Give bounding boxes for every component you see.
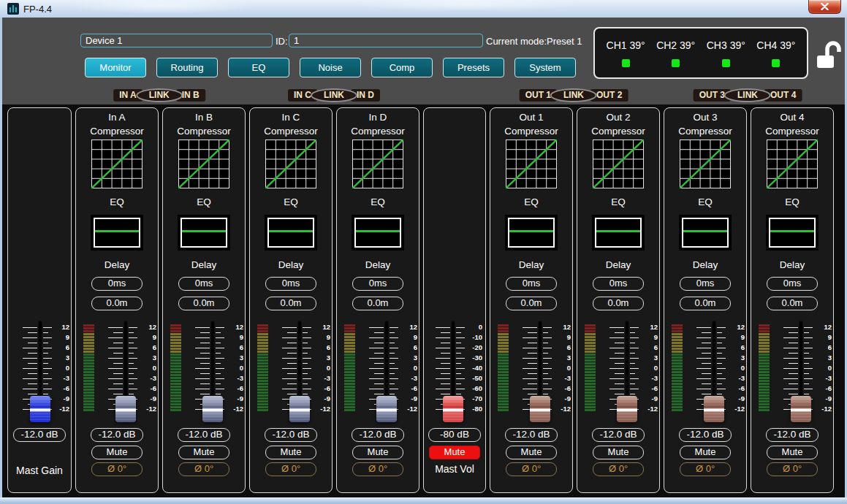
delay-ms-button[interactable]: 0ms: [506, 277, 557, 291]
eq-label: EQ: [698, 196, 713, 208]
delay-distance-button[interactable]: 0.0m: [178, 297, 229, 310]
eq-graph[interactable]: [679, 215, 732, 251]
compressor-graph[interactable]: [593, 140, 644, 188]
fader-handle[interactable]: [530, 396, 550, 422]
eq-graph[interactable]: [505, 215, 558, 251]
tab-eq[interactable]: EQ: [228, 58, 289, 77]
gain-readout[interactable]: -12.0 dB: [265, 428, 317, 442]
phase-button[interactable]: Ø 0°: [680, 462, 731, 476]
id-input[interactable]: [289, 34, 483, 47]
gain-readout[interactable]: -12.0 dB: [178, 428, 230, 442]
compressor-graph[interactable]: [767, 140, 818, 188]
fader-scale: 129630-3-6-9-12: [552, 321, 571, 423]
mute-button[interactable]: Mute: [352, 446, 403, 459]
compressor-graph[interactable]: [178, 140, 229, 188]
eq-graph[interactable]: [592, 215, 645, 251]
link-toggle[interactable]: LINK: [136, 88, 183, 102]
temp-channel-1: CH1 39°: [607, 39, 645, 67]
phase-button[interactable]: Ø 0°: [593, 462, 644, 476]
fader-handle[interactable]: [791, 396, 811, 422]
link-group-2: IN CLINKIN D: [288, 88, 380, 102]
tab-system[interactable]: System: [514, 58, 576, 77]
delay-distance-button[interactable]: 0.0m: [352, 297, 403, 310]
delay-label: Delay: [606, 259, 631, 271]
delay-ms-button[interactable]: 0ms: [91, 277, 143, 291]
gain-readout[interactable]: -80 dB: [428, 428, 481, 442]
gain-readout[interactable]: -12.0 dB: [766, 428, 818, 442]
fader-handle[interactable]: [617, 396, 637, 422]
phase-button[interactable]: Ø 0°: [506, 462, 557, 476]
eq-label: EQ: [524, 196, 539, 208]
delay-distance-button[interactable]: 0.0m: [680, 297, 731, 310]
tab-comp[interactable]: Comp: [371, 58, 433, 77]
delay-ms-button[interactable]: 0ms: [352, 277, 403, 291]
compressor-graph[interactable]: [506, 140, 557, 188]
delay-distance-button[interactable]: 0.0m: [91, 297, 143, 310]
fader-area: 129630-3-6-9-12: [76, 321, 158, 423]
mute-button[interactable]: Mute: [593, 446, 644, 459]
temp-label: CH1 39°: [607, 39, 645, 51]
tab-routing[interactable]: Routing: [156, 58, 218, 77]
fader-handle[interactable]: [443, 396, 463, 422]
fader-handle[interactable]: [704, 396, 724, 422]
device-name-input[interactable]: [80, 34, 273, 47]
phase-button[interactable]: Ø 0°: [91, 462, 143, 476]
link-toggle[interactable]: LINK: [724, 88, 771, 102]
compressor-graph[interactable]: [680, 140, 731, 188]
level-meter-icon: [585, 324, 596, 411]
gain-readout[interactable]: -12.0 dB: [13, 428, 66, 442]
gain-readout[interactable]: -12.0 dB: [679, 428, 732, 442]
eq-graph[interactable]: [178, 215, 230, 251]
fader-handle[interactable]: [202, 396, 223, 422]
mute-button[interactable]: Mute: [767, 446, 818, 459]
gain-readout[interactable]: -12.0 dB: [505, 428, 558, 442]
eq-graph[interactable]: [352, 215, 404, 251]
level-meter-icon: [498, 324, 509, 411]
fader-handle[interactable]: [376, 396, 397, 422]
status-led-icon: [772, 59, 780, 67]
lock-button[interactable]: [815, 39, 841, 70]
delay-ms-button[interactable]: 0ms: [265, 277, 316, 291]
compressor-graph[interactable]: [265, 140, 316, 188]
compressor-graph[interactable]: [91, 140, 143, 188]
delay-distance-button[interactable]: 0.0m: [506, 297, 557, 310]
phase-button[interactable]: Ø 0°: [265, 462, 316, 476]
compressor-graph[interactable]: [352, 140, 403, 188]
fader-scale: 129630-3-6-9-12: [311, 321, 330, 423]
level-meter-icon: [344, 324, 355, 411]
app-window: FP-4.4 ID: Current mode:Preset 1 Monitor…: [0, 0, 847, 504]
phase-button[interactable]: Ø 0°: [178, 462, 229, 476]
gain-readout[interactable]: -12.0 dB: [352, 428, 404, 442]
gain-readout[interactable]: -12.0 dB: [91, 428, 143, 442]
delay-ms-button[interactable]: 0ms: [767, 277, 818, 291]
delay-ms-button[interactable]: 0ms: [593, 277, 644, 291]
phase-button[interactable]: Ø 0°: [352, 462, 403, 476]
strip-out-4: Out 4CompressorEQDelay0ms0.0m129630-3-6-…: [751, 107, 834, 493]
gain-readout[interactable]: -12.0 dB: [592, 428, 645, 442]
delay-distance-button[interactable]: 0.0m: [593, 297, 644, 310]
phase-button[interactable]: Ø 0°: [767, 462, 818, 476]
tab-noise[interactable]: Noise: [300, 58, 361, 77]
delay-ms-button[interactable]: 0ms: [680, 277, 731, 291]
fader-handle[interactable]: [30, 396, 50, 422]
link-toggle[interactable]: LINK: [311, 88, 357, 102]
mute-button[interactable]: Mute: [91, 446, 143, 459]
mute-button[interactable]: Mute: [429, 446, 480, 459]
mute-button[interactable]: Mute: [178, 446, 229, 459]
fader-handle[interactable]: [115, 396, 136, 422]
mute-button[interactable]: Mute: [680, 446, 731, 459]
delay-distance-button[interactable]: 0.0m: [767, 297, 818, 310]
delay-distance-button[interactable]: 0.0m: [265, 297, 316, 310]
delay-ms-button[interactable]: 0ms: [178, 277, 229, 291]
eq-graph[interactable]: [265, 215, 317, 251]
eq-graph[interactable]: [766, 215, 818, 251]
mute-button[interactable]: Mute: [265, 446, 316, 459]
tab-presets[interactable]: Presets: [443, 58, 504, 77]
fader-handle[interactable]: [289, 396, 310, 422]
eq-graph[interactable]: [91, 215, 143, 251]
tab-monitor[interactable]: Monitor: [85, 58, 146, 77]
delay-label: Delay: [278, 259, 304, 271]
mute-button[interactable]: Mute: [506, 446, 557, 459]
close-button[interactable]: [808, 0, 841, 14]
link-toggle[interactable]: LINK: [550, 88, 597, 102]
